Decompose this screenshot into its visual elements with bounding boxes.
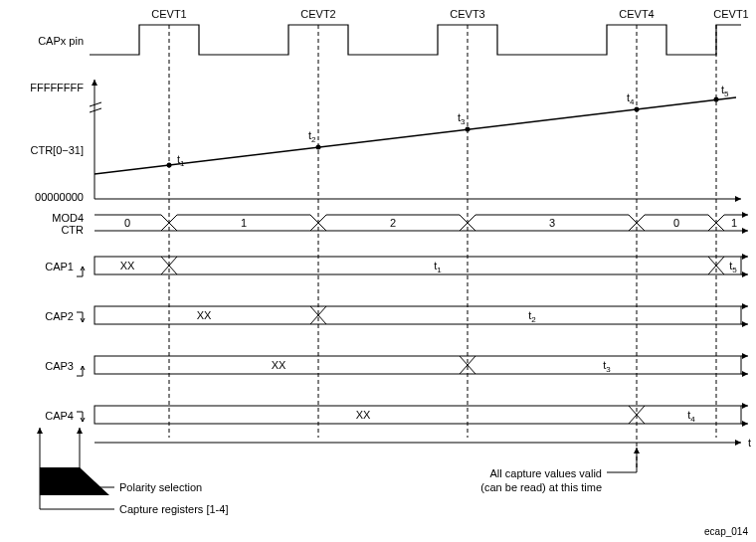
cap1-final: t5 [729, 260, 737, 274]
mod4-v4: 0 [673, 217, 679, 229]
svg-text:t3: t3 [458, 111, 466, 126]
cap1-after: t1 [434, 260, 442, 274]
label-mod4-top: MOD4 [52, 212, 84, 224]
event-label-4: CEVT1 [713, 8, 748, 20]
label-cap2: CAP2 [45, 310, 74, 322]
cap1-before: XX [120, 260, 135, 271]
cap2-after: t2 [528, 309, 536, 324]
capregs-text: Capture registers [1-4] [119, 503, 228, 515]
event-label-3: CEVT4 [619, 8, 654, 20]
cap2-lane [94, 306, 748, 324]
readable-text-1: All capture values valid [489, 467, 602, 479]
event-label-1: CEVT2 [300, 8, 335, 20]
cap3-after: t3 [603, 359, 611, 374]
axis-break [90, 102, 101, 112]
cap1-polarity-icon [77, 267, 85, 276]
mod4-v5: 1 [731, 217, 737, 229]
cap2-before: XX [197, 309, 212, 321]
mod4-lane [94, 215, 748, 231]
cap3-lane [94, 356, 748, 374]
label-capx: CAPx pin [38, 35, 84, 47]
label-ctr: CTR[0−31] [31, 144, 85, 156]
svg-rect-16 [94, 406, 741, 424]
mod4-v1: 1 [241, 217, 247, 229]
svg-text:t5: t5 [721, 84, 729, 98]
t3-label: t3 [458, 111, 466, 126]
cap4-after: t4 [687, 409, 695, 424]
capx-waveform [90, 25, 741, 55]
time-axis-label: t [748, 437, 751, 449]
event-label-2: CEVT3 [450, 8, 484, 20]
mod4-v0: 0 [124, 217, 130, 229]
event-label-0: CEVT1 [151, 8, 186, 20]
label-ctr-min: 00000000 [35, 191, 84, 203]
svg-text:t4: t4 [627, 91, 635, 106]
svg-rect-7 [94, 257, 741, 274]
cap4-before: XX [356, 409, 371, 421]
figure-id: ecap_014 [704, 526, 748, 537]
ctr-ramp [94, 97, 736, 174]
label-cap4: CAP4 [45, 410, 74, 422]
cap4-lane [94, 406, 748, 424]
label-mod4-bot: CTR [61, 224, 84, 236]
label-ctr-max: FFFFFFFF [30, 82, 84, 93]
readable-text-2: (can be read) at this time [480, 481, 602, 493]
label-cap3: CAP3 [45, 360, 74, 372]
t2-label: t2 [308, 129, 316, 144]
svg-text:t2: t2 [308, 129, 316, 144]
cap4-polarity-icon [77, 412, 85, 422]
cap2-polarity-icon [77, 312, 85, 322]
cap3-before: XX [272, 359, 286, 371]
polarity-text: Polarity selection [119, 481, 202, 493]
t5-label: t5 [721, 84, 729, 98]
label-cap1: CAP1 [45, 261, 74, 272]
t1-label: t1 [177, 153, 185, 168]
cap3-polarity-icon [77, 366, 85, 376]
t4-label: t4 [627, 91, 635, 106]
svg-text:t1: t1 [177, 153, 185, 168]
svg-rect-10 [94, 306, 741, 324]
mod4-v2: 2 [390, 217, 396, 229]
svg-rect-13 [94, 356, 741, 374]
mod4-v3: 3 [549, 217, 555, 229]
cap1-lane [94, 257, 748, 274]
